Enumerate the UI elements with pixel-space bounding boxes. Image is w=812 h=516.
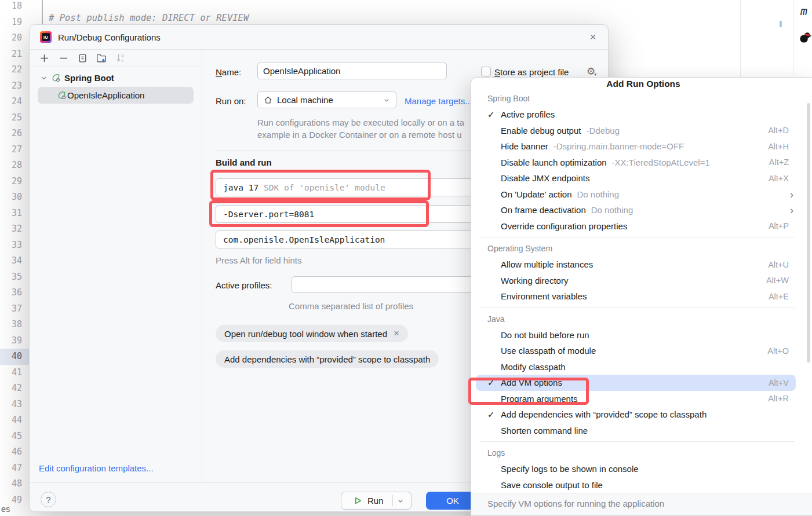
menu-item-override-configuration-properties[interactable]: Override configuration propertiesAlt+P	[471, 218, 812, 235]
menu-item-environment-variables[interactable]: Environment variablesAlt+E	[471, 288, 812, 305]
menu-item-hint: Do nothing	[591, 205, 633, 215]
menu-item-add-vm-options[interactable]: ✓Add VM optionsAlt+V	[471, 375, 812, 391]
line-number: 28	[0, 158, 22, 174]
line-number: 46	[0, 444, 22, 460]
copy-icon[interactable]	[77, 53, 88, 63]
alt-hint-text: Press Alt for field hints	[216, 255, 301, 265]
line-number: 20	[0, 30, 22, 46]
menu-item-label: On frame deactivation	[501, 205, 586, 215]
new-folder-icon[interactable]	[96, 53, 107, 63]
menu-separator	[471, 305, 812, 311]
chip-open-tool-window[interactable]: Open run/debug tool window when started …	[216, 325, 408, 342]
menu-item-label: Use classpath of module	[501, 346, 596, 356]
line-number: 21	[0, 46, 22, 63]
editor-split-divider-2	[793, 0, 793, 78]
menu-item-label: Hide banner	[501, 141, 548, 151]
remove-icon[interactable]	[58, 53, 68, 63]
toolwindow-label-fragment: es	[1, 504, 10, 514]
editor-code-line: # Post publish mode: DIRECT or REVIEW	[49, 13, 249, 23]
popup-scrollbar[interactable]	[807, 103, 810, 363]
line-number: 43	[0, 397, 22, 413]
button-divider	[392, 495, 393, 506]
configurations-tree: Spring Boot OpenIsleApplication	[30, 69, 202, 104]
checkmark-icon: ✓	[487, 378, 501, 388]
editor-split-divider	[740, 0, 741, 78]
spring-boot-icon	[57, 90, 67, 100]
menu-item-shortcut: Alt+P	[769, 221, 789, 230]
line-number: 33	[0, 237, 22, 254]
menu-item-specify-logs-to-be-shown-in-console[interactable]: Specify logs to be shown in console	[471, 461, 812, 477]
menu-item-hint: -XX:TieredStopAtLevel=1	[612, 158, 710, 167]
menu-section-title: Java	[471, 311, 812, 327]
svg-text:z: z	[121, 58, 123, 63]
chevron-down-icon[interactable]	[397, 497, 404, 504]
menu-item-add-dependencies-with-provided-scope-to-classpath[interactable]: ✓Add dependencies with “provided” scope …	[471, 407, 812, 423]
menu-item-save-console-output-to-file[interactable]: Save console output to file	[471, 477, 812, 493]
active-profiles-label: Active profiles:	[216, 280, 272, 290]
name-mnemonic: N	[216, 67, 222, 77]
menu-item-disable-jmx-endpoints[interactable]: Disable JMX endpointsAlt+X	[471, 170, 812, 186]
submenu-chevron-icon: ›	[790, 189, 793, 200]
close-icon[interactable]: ×	[585, 30, 600, 45]
line-number: 36	[0, 285, 22, 301]
editor-right-text-fragment: m	[800, 4, 807, 18]
menu-item-modify-classpath[interactable]: Modify classpath	[471, 359, 812, 375]
menu-item-allow-multiple-instances[interactable]: Allow multiple instancesAlt+U	[471, 257, 812, 273]
menu-item-hint: -Ddebug	[586, 126, 620, 136]
jre-hint: SDK of 'openisle' module	[264, 183, 385, 192]
menu-section-title: Spring Boot	[471, 90, 812, 107]
chevron-down-icon	[383, 97, 390, 104]
popup-title: Add Run Options	[471, 78, 812, 90]
gutter-divider	[42, 0, 43, 25]
name-label: Name:	[216, 67, 241, 77]
chip-label: Open run/debug tool window when started	[224, 329, 387, 339]
tree-group-spring-boot[interactable]: Spring Boot	[30, 69, 202, 86]
menu-item-on-update-action[interactable]: On 'Update' actionDo nothing›	[471, 186, 812, 203]
menu-item-enable-debug-output[interactable]: Enable debug output-DdebugAlt+D	[471, 123, 812, 139]
menu-item-label: Allow multiple instances	[501, 259, 593, 269]
name-input[interactable]: OpenIsleApplication	[257, 63, 447, 79]
menu-item-use-classpath-of-module[interactable]: Use classpath of moduleAlt+O	[471, 343, 812, 359]
line-number: 23	[0, 78, 22, 94]
menu-item-shortcut: Alt+E	[769, 292, 789, 301]
vm-options-value: -Dserver.port=8081	[223, 210, 314, 219]
run-button[interactable]: Run	[341, 492, 412, 510]
manage-targets-link[interactable]: Manage targets...	[405, 96, 472, 106]
menu-item-shortcut: Alt+H	[768, 142, 789, 151]
menu-item-on-frame-deactivation[interactable]: On frame deactivationDo nothing›	[471, 202, 812, 218]
menu-item-working-directory[interactable]: Working directoryAlt+W	[471, 273, 812, 289]
menu-item-do-not-build-before-run[interactable]: Do not build before run	[471, 327, 812, 343]
line-number: 38	[0, 317, 22, 333]
store-as-project-file-checkbox[interactable]	[481, 67, 491, 76]
gear-icon[interactable]: ⚙▾	[587, 65, 596, 77]
menu-item-active-profiles[interactable]: ✓Active profiles	[471, 107, 812, 123]
main-class-value: com.openisle.OpenIsleApplication	[223, 235, 385, 244]
chip-provided-scope[interactable]: Add dependencies with “provided” scope t…	[216, 350, 439, 368]
sort-icon[interactable]: az	[115, 53, 126, 63]
menu-item-shorten-command-line[interactable]: Shorten command line	[471, 423, 812, 439]
checkmark-icon: ✓	[487, 409, 501, 420]
edit-configuration-templates-link[interactable]: Edit configuration templates...	[39, 463, 154, 473]
dialog-titlebar: IU Run/Debug Configurations ×	[30, 25, 608, 50]
add-icon[interactable]	[39, 53, 49, 63]
add-run-options-popup: Add Run Options Spring Boot✓Active profi…	[471, 77, 812, 516]
menu-item-hint: Do nothing	[577, 189, 619, 199]
intellij-logo-icon: IU	[40, 31, 52, 43]
menu-item-disable-launch-optimization[interactable]: Disable launch optimization-XX:TieredSto…	[471, 155, 812, 171]
menu-section-title: Logs	[471, 445, 812, 461]
menu-item-program-arguments[interactable]: Program argumentsAlt+R	[471, 391, 812, 407]
help-button[interactable]: ?	[41, 492, 56, 507]
line-number: 18	[0, 0, 22, 14]
line-number: 24	[0, 94, 22, 110]
popup-status-hint: Specify VM options for running the appli…	[471, 493, 812, 515]
menu-item-shortcut: Alt+X	[769, 174, 789, 183]
menu-item-hide-banner[interactable]: Hide banner-Dspring.main.banner-mode=OFF…	[471, 138, 812, 155]
chip-close-icon[interactable]: ×	[394, 328, 399, 339]
home-icon	[264, 96, 272, 104]
tree-item-openisleapplication[interactable]: OpenIsleApplication	[38, 87, 194, 104]
run-on-select[interactable]: Local machine	[257, 92, 396, 108]
run-on-label: Run on:	[216, 96, 246, 106]
store-mnemonic: S	[494, 67, 500, 77]
line-number: 32	[0, 221, 22, 237]
line-number: 29	[0, 174, 22, 190]
